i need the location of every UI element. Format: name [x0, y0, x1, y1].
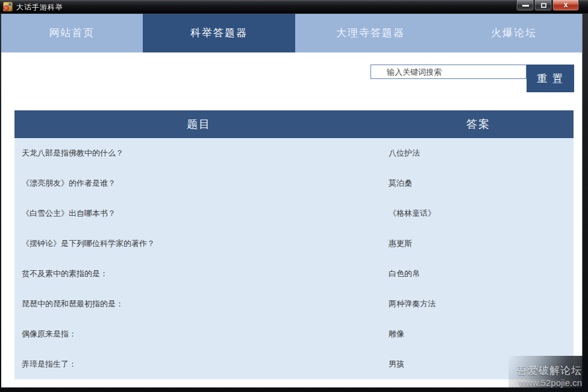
answer-cell: 惠更斯 — [383, 229, 574, 259]
titlebar: 大话手游科举 x — [0, 0, 588, 13]
app-window: 大话手游科举 x 网站首页 科举答题器 大理寺答题器 火爆论坛 重 置 — [0, 0, 588, 392]
answer-cell: 八位护法 — [383, 138, 574, 168]
table-row: 《漂亮朋友》的作者是谁？ 莫泊桑 — [14, 168, 574, 198]
header-question: 题目 — [14, 110, 383, 138]
question-cell: 琵琶中的琵和琶最初指的是： — [14, 289, 383, 319]
question-cell: 弄璋是指生了： — [14, 349, 383, 379]
answer-cell: 莫泊桑 — [383, 168, 574, 198]
maximize-icon — [541, 3, 546, 8]
table-row: 天龙八部是指佛教中的什么？ 八位护法 — [14, 138, 574, 168]
nav-bar: 网站首页 科举答题器 大理寺答题器 火爆论坛 — [1, 14, 582, 52]
question-cell: 天龙八部是指佛教中的什么？ — [14, 138, 383, 168]
table-row: 偶像原来是指： 雕像 — [14, 319, 574, 349]
question-cell: 贫不及素中的素指的是： — [14, 259, 383, 289]
answer-cell: 《格林童话》 — [383, 198, 574, 229]
minimize-icon — [522, 5, 529, 7]
qa-table: 题目 答案 天龙八部是指佛教中的什么？ 八位护法 《漂亮朋友》的作者是谁？ 莫泊… — [14, 110, 574, 379]
tab-forum[interactable]: 火爆论坛 — [446, 14, 582, 52]
search-area: 重 置 — [1, 52, 582, 110]
app-icon — [3, 2, 13, 11]
answer-cell: 两种弹奏方法 — [383, 289, 574, 319]
answer-cell: 男孩 — [383, 349, 574, 379]
reset-button[interactable]: 重 置 — [527, 65, 574, 92]
table-row: 《白雪公主》出自哪本书？ 《格林童话》 — [14, 198, 574, 229]
tab-site-home[interactable]: 网站首页 — [1, 14, 143, 52]
answer-cell: 雕像 — [383, 319, 574, 349]
question-cell: 《漂亮朋友》的作者是谁？ — [14, 168, 383, 198]
table-row: 贫不及素中的素指的是： 白色的帛 — [14, 259, 574, 289]
tab-dalisi-answerer[interactable]: 大理寺答题器 — [295, 14, 446, 52]
table-header: 题目 答案 — [14, 110, 574, 138]
header-answer: 答案 — [383, 110, 574, 138]
tab-keju-answerer[interactable]: 科举答题器 — [143, 14, 295, 52]
question-cell: 《白雪公主》出自哪本书？ — [14, 198, 383, 229]
table-row: 《摆钟论》是下列哪位科学家的著作？ 惠更斯 — [14, 229, 574, 259]
search-input[interactable] — [371, 65, 527, 79]
table-row: 弄璋是指生了： 男孩 — [14, 349, 574, 379]
window-controls: x — [516, 0, 579, 11]
question-cell: 《摆钟论》是下列哪位科学家的著作？ — [14, 229, 383, 259]
answer-cell: 白色的帛 — [383, 259, 574, 289]
window-title: 大话手游科举 — [16, 2, 63, 13]
table-row: 琵琶中的琵和琶最初指的是： 两种弹奏方法 — [14, 289, 574, 319]
question-cell: 偶像原来是指： — [14, 319, 383, 349]
close-button[interactable]: x — [552, 0, 579, 11]
minimize-button[interactable] — [516, 0, 534, 11]
table-body: 天龙八部是指佛教中的什么？ 八位护法 《漂亮朋友》的作者是谁？ 莫泊桑 《白雪公… — [14, 138, 574, 379]
maximize-button[interactable] — [534, 0, 552, 11]
content-area: 网站首页 科举答题器 大理寺答题器 火爆论坛 重 置 题目 答案 天龙八部是指佛… — [1, 14, 582, 387]
